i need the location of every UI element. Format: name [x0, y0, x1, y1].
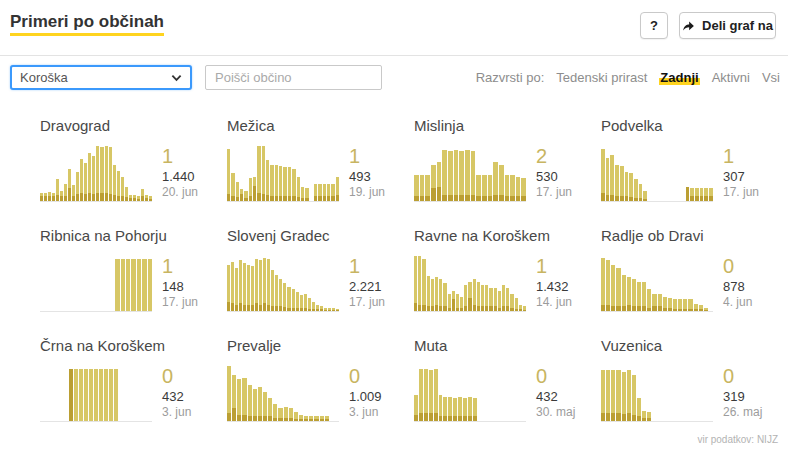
- municipality-card[interactable]: Ravne na Koroškem 1 1.432 14. jun: [414, 227, 586, 337]
- bar-dark-segment: [336, 310, 339, 311]
- municipality-card[interactable]: Dravograd 1 1.440 20. jun: [40, 117, 212, 227]
- bar-dark-segment: [309, 419, 313, 421]
- bar: [104, 369, 108, 421]
- bar: [611, 265, 615, 311]
- bar-dark-segment: [683, 309, 687, 311]
- bar: [300, 295, 303, 311]
- municipality-stats: 0 319 26. maj: [723, 365, 762, 422]
- bar: [437, 162, 442, 201]
- sort-label: Razvrsti po:: [476, 70, 545, 85]
- municipality-card[interactable]: Mislinja 2 530 17. jun: [414, 117, 586, 227]
- bar: [74, 369, 78, 421]
- bar-dark-segment: [125, 197, 128, 201]
- municipality-stats: 1 1.440 20. jun: [162, 145, 198, 202]
- share-button[interactable]: Deli graf na: [679, 12, 776, 39]
- bar-dark-segment: [149, 199, 152, 201]
- bar-dark-segment: [434, 413, 438, 421]
- search-input[interactable]: [205, 65, 382, 90]
- bar: [606, 158, 610, 201]
- municipality-card[interactable]: Podvelka 1 307 17. jun: [601, 117, 773, 227]
- bar: [301, 187, 304, 202]
- bar-dark-segment: [639, 198, 643, 201]
- sort-option-2[interactable]: Aktivni: [712, 70, 750, 85]
- bar-dark-segment: [482, 196, 487, 201]
- sort-option-3[interactable]: Vsi: [762, 70, 780, 85]
- municipality-card[interactable]: Vuzenica 0 319 26. maj: [601, 337, 773, 447]
- bar: [94, 369, 98, 421]
- total-cases-value: 432: [536, 390, 575, 405]
- municipality-stats: 0 1.009 3. jun: [349, 365, 382, 422]
- bar: [468, 397, 472, 421]
- bar-dark-segment: [627, 305, 631, 311]
- bar: [48, 192, 51, 201]
- bar-dark-segment: [299, 419, 303, 421]
- bar: [308, 298, 311, 311]
- bar: [253, 177, 256, 201]
- municipality-name: Ravne na Koroškem: [414, 227, 586, 247]
- bar-dark-segment: [96, 193, 99, 201]
- bar: [289, 408, 293, 421]
- bar: [643, 191, 647, 201]
- help-button[interactable]: ?: [640, 12, 668, 39]
- bar-dark-segment: [610, 195, 614, 201]
- bar: [642, 282, 646, 311]
- bar: [695, 188, 699, 201]
- sort-option-0[interactable]: Tedenski prirast: [556, 70, 647, 85]
- bar: [488, 175, 493, 201]
- municipality-card[interactable]: Radlje ob Dravi 0 878 4. jun: [601, 227, 773, 337]
- bar-dark-segment: [647, 418, 651, 421]
- last-case-date: 3. jun: [162, 406, 191, 420]
- municipality-card[interactable]: Mežica 1 493 19. jun: [227, 117, 399, 227]
- bar-dark-segment: [476, 196, 481, 201]
- bar: [414, 395, 418, 421]
- bar: [429, 370, 433, 421]
- bar-dark-segment: [236, 197, 239, 201]
- last-increase-value: 1: [162, 255, 198, 278]
- last-case-date: 4. jun: [723, 296, 752, 310]
- municipality-card[interactable]: Črna na Koroškem 0 432 3. jun: [40, 337, 212, 447]
- bar: [477, 282, 480, 311]
- bar-dark-segment: [231, 303, 234, 311]
- region-select[interactable]: Koroška: [10, 65, 192, 90]
- bar: [673, 299, 677, 311]
- bar-dark-segment: [437, 187, 442, 201]
- bar-dark-segment: [502, 306, 505, 311]
- bar: [99, 369, 103, 421]
- bar: [249, 178, 252, 201]
- sort-option-1[interactable]: Zadnji: [659, 70, 699, 85]
- bar-dark-segment: [296, 308, 299, 311]
- bar-dark-segment: [642, 418, 646, 421]
- bar: [227, 265, 230, 311]
- bar-dark-segment: [263, 416, 267, 421]
- municipality-stats: 0 432 30. maj: [536, 365, 575, 422]
- bar-dark-segment: [463, 416, 467, 421]
- bar: [336, 309, 339, 311]
- municipality-name: Mislinja: [414, 117, 586, 137]
- bar-dark-segment: [275, 196, 278, 201]
- sort-bar: Razvrsti po: Tedenski prirastZadnjiAktiv…: [476, 70, 780, 85]
- bar: [288, 167, 291, 201]
- bar-dark-segment: [704, 196, 708, 201]
- bar: [275, 165, 278, 201]
- bar-dark-segment: [40, 196, 43, 201]
- bar: [601, 258, 605, 311]
- last-case-date: 19. jun: [349, 186, 385, 200]
- municipality-card[interactable]: Muta 0 432 30. maj: [414, 337, 586, 447]
- bar: [263, 392, 267, 421]
- bar-dark-segment: [481, 306, 484, 311]
- bar: [678, 299, 682, 311]
- bar: [304, 294, 307, 311]
- municipality-card[interactable]: Slovenj Gradec 1 2.221 17. jun: [227, 227, 399, 337]
- bar: [435, 277, 438, 311]
- bar-dark-segment: [516, 196, 521, 201]
- bar: [523, 306, 526, 311]
- bar: [468, 282, 471, 311]
- municipality-card[interactable]: Prevalje 0 1.009 3. jun: [227, 337, 399, 447]
- bar-dark-segment: [279, 306, 282, 311]
- bar: [632, 375, 636, 421]
- bar: [443, 283, 446, 311]
- municipality-card[interactable]: Ribnica na Pohorju 1 148 17. jun: [40, 227, 212, 337]
- bar: [309, 416, 313, 421]
- bar: [60, 191, 63, 201]
- bar: [452, 291, 455, 311]
